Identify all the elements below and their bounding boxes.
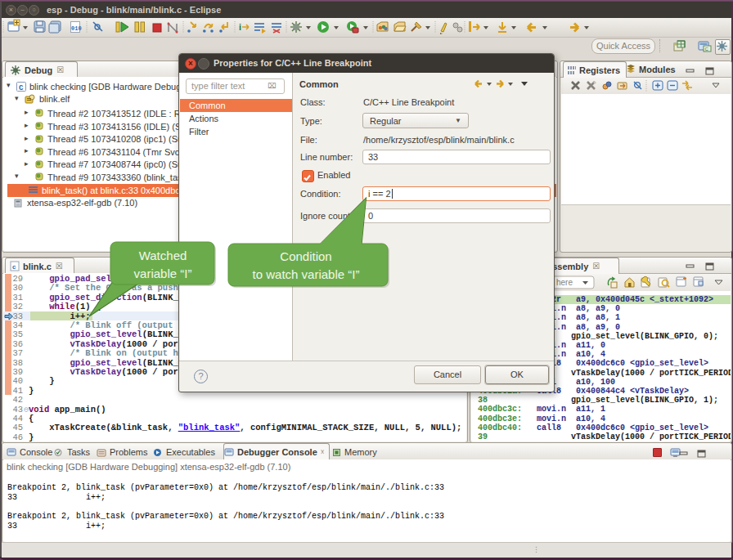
svg-text:Condition: Condition <box>280 249 331 263</box>
svg-text:variable “I”: variable “I” <box>134 267 192 280</box>
svg-text:Watched: Watched <box>139 249 187 262</box>
svg-text:to watch variable “I”: to watch variable “I” <box>253 267 360 281</box>
